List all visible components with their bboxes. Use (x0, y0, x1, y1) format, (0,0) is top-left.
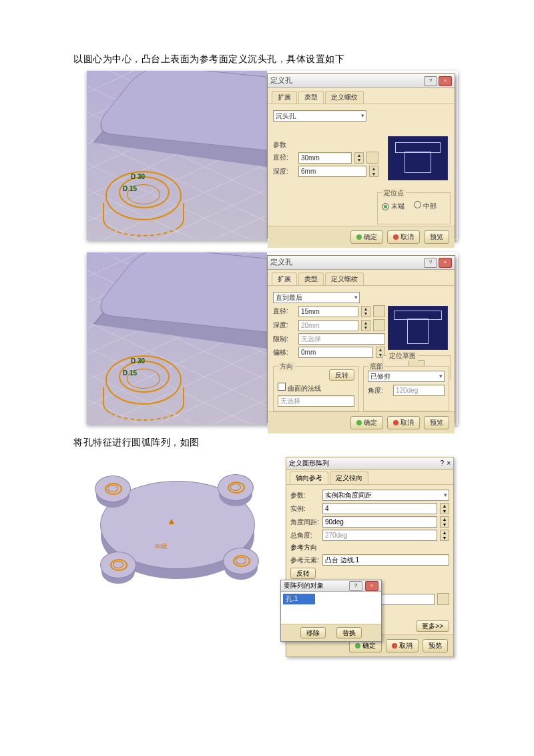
angle-spacing-label: 角度间距: (290, 518, 320, 527)
help-button[interactable]: ? (349, 581, 362, 591)
figure-2: D 30 D 15 定义孔 ? × 扩展 类型 定义螺纹 直到最后 (87, 252, 458, 425)
more-button[interactable]: 更多>> (416, 620, 449, 632)
objects-list-title: 要阵列的对象 (284, 581, 324, 590)
close-icon[interactable]: × (447, 459, 451, 467)
tab-type[interactable]: 类型 (298, 272, 324, 285)
diameter-fx-button[interactable] (373, 305, 385, 317)
instances-input[interactable]: 4 (322, 503, 437, 514)
panel-titlebar: 定义圆形阵列 ?× (286, 457, 453, 469)
object-list-button[interactable] (437, 593, 449, 605)
help-button[interactable]: ? (424, 76, 437, 86)
surface-normal-input[interactable]: 无选择 (278, 395, 354, 407)
tab-bar: 扩展 类型 定义螺纹 (268, 270, 455, 286)
tab-extension[interactable]: 扩展 (272, 272, 297, 285)
close-button[interactable]: × (365, 581, 378, 591)
diameter-label: 直径: (273, 153, 296, 162)
remove-button[interactable]: 移除 (300, 627, 326, 638)
dialog-title: 定义孔 (270, 76, 292, 85)
diameter-spinner[interactable]: ▲▼ (361, 306, 370, 317)
offset-input[interactable]: 0mm (298, 347, 373, 358)
angle-label: 角度: (368, 386, 390, 395)
diameter-fx-button[interactable] (366, 152, 378, 164)
diameter-input[interactable]: 30mm (298, 152, 352, 164)
depth-input[interactable]: 6mm (298, 166, 366, 177)
diameter-label: 直径: (273, 307, 296, 316)
depth-fx-button[interactable] (373, 319, 385, 331)
preview-button[interactable]: 预览 (424, 230, 449, 244)
dimension-d15: D 15 (123, 369, 137, 377)
depth-spinner[interactable]: ▲▼ (369, 166, 378, 177)
close-button[interactable]: × (439, 258, 452, 268)
total-angle-spinner: ▲▼ (440, 530, 449, 541)
anchor-mid-radio[interactable]: 中部 (414, 201, 437, 211)
instances-label: 实例: (290, 504, 320, 514)
limit-input[interactable]: 无选择 (298, 333, 385, 345)
anchor-group-title: 定位点 (382, 188, 406, 198)
cad-viewport: ▲ 90度 (80, 454, 280, 601)
list-item[interactable]: 孔.1 (283, 594, 315, 604)
dimension-d15: D 15 (123, 185, 137, 192)
param-combo[interactable]: 实例和角度间距 (322, 490, 449, 501)
dialog-title: 定义孔 (270, 258, 292, 267)
dialog-titlebar: 定义孔 ? × (268, 74, 455, 88)
reverse-button[interactable]: 反转 (290, 568, 316, 579)
refdir-heading: 参考方向 (290, 543, 449, 552)
ok-button[interactable]: 确定 (350, 230, 383, 244)
tab-radial[interactable]: 定义径向 (330, 471, 368, 484)
close-button[interactable]: × (439, 76, 452, 86)
anchor-end-radio[interactable]: 末端 (382, 202, 405, 211)
depth-input: 20mm (298, 320, 358, 331)
paragraph-2: 将孔特征进行圆弧阵列，如图 (73, 437, 534, 449)
hole-preview (388, 306, 448, 350)
angle-spacing-input[interactable]: 90deg (322, 516, 437, 528)
tab-axial[interactable]: 轴向参考 (290, 471, 328, 484)
panel-title: 定义圆形阵列 (289, 459, 329, 468)
angle-input: 120deg (393, 385, 445, 396)
cad-viewport: D 30 D 15 (87, 71, 267, 240)
objects-list-titlebar: 要阵列的对象 ?× (281, 580, 381, 592)
reverse-button[interactable]: 反转 (329, 369, 354, 381)
depth-spinner: ▲▼ (361, 320, 370, 331)
paragraph-1: 以圆心为中心，凸台上表面为参考面定义沉头孔，具体设置如下 (73, 53, 534, 65)
extent-combo[interactable]: 直到最后 (273, 292, 360, 303)
surface-normal-check[interactable] (278, 383, 286, 391)
cancel-button[interactable]: 取消 (386, 639, 419, 652)
hole-preview (388, 136, 448, 180)
surface-normal-label: 曲面的法线 (288, 385, 321, 392)
tab-thread[interactable]: 定义螺纹 (325, 272, 364, 285)
ok-button[interactable]: 确定 (350, 416, 383, 429)
diameter-spinner[interactable]: ▲▼ (354, 152, 364, 164)
tab-type[interactable]: 类型 (298, 91, 324, 104)
param-label: 参数: (290, 491, 320, 500)
instances-spinner[interactable]: ▲▼ (440, 503, 449, 514)
objects-list-dialog: 要阵列的对象 ?× 孔.1 移除 替换 (280, 580, 382, 642)
depth-label: 深度: (273, 167, 296, 176)
ref-element-label: 参考元素: (290, 556, 320, 565)
ref-element-input[interactable]: 凸台 边线.1 (322, 554, 449, 566)
figure-1: D 30 D 15 定义孔 ? × 扩展 类型 定义螺纹 沉头孔 (87, 71, 458, 240)
cancel-button[interactable]: 取消 (387, 230, 420, 244)
diameter-input[interactable]: 15mm (298, 306, 358, 317)
angle-spacing-spinner[interactable]: ▲▼ (440, 516, 449, 528)
limit-label: 限制: (273, 335, 296, 344)
preview-button[interactable]: 预览 (423, 639, 448, 652)
bottom-group-title: 底部 (368, 362, 385, 371)
tab-bar: 扩展 类型 定义螺纹 (268, 88, 455, 104)
replace-button[interactable]: 替换 (336, 627, 362, 638)
direction-group-title: 方向 (278, 362, 295, 371)
help-button[interactable]: ? (424, 258, 437, 268)
hole-dialog: 定义孔 ? × 扩展 类型 定义螺纹 沉头孔 参数 (267, 73, 455, 239)
dimension-d30: D 30 (131, 357, 145, 365)
bottom-combo[interactable]: 已修剪 (368, 371, 445, 382)
dimension-d30: D 30 (131, 173, 145, 180)
cad-viewport: D 30 D 15 (87, 252, 267, 425)
tab-extension[interactable]: 扩展 (272, 91, 297, 104)
preview-button[interactable]: 预览 (424, 416, 449, 429)
help-icon[interactable]: ? (441, 459, 445, 467)
hole-dialog: 定义孔 ? × 扩展 类型 定义螺纹 直到最后 (267, 255, 455, 423)
cancel-button[interactable]: 取消 (387, 416, 420, 429)
depth-label: 深度: (273, 321, 296, 330)
hole-type-combo[interactable]: 沉头孔 (273, 110, 366, 122)
total-angle-input: 270deg (322, 530, 437, 541)
tab-thread[interactable]: 定义螺纹 (325, 91, 364, 104)
